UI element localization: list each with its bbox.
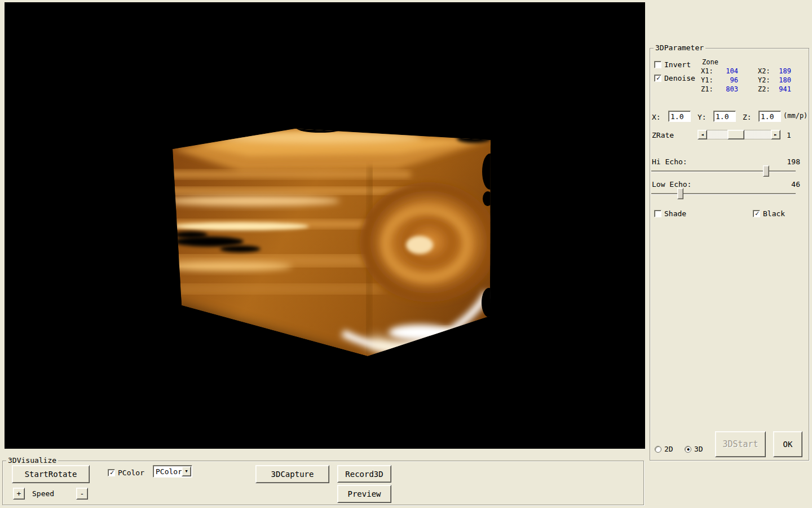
- capture-3d-button[interactable]: 3DCapture: [255, 465, 329, 483]
- spacing-z-input[interactable]: [758, 111, 781, 122]
- pcolor-dropdown[interactable]: PColor ▼: [153, 465, 192, 478]
- mode-2d-radio[interactable]: 2D: [655, 445, 673, 453]
- zone-x2-label: X2:: [758, 67, 770, 75]
- low-echo-slider-thumb[interactable]: [677, 188, 683, 199]
- denoise-checkbox[interactable]: ✓ Denoise: [654, 74, 695, 82]
- hi-echo-slider-thumb[interactable]: [763, 165, 769, 177]
- chevron-down-icon: ▼: [185, 469, 187, 474]
- parameter-groupbox-title: 3DParameter: [654, 43, 705, 52]
- pcolor-dropdown-button[interactable]: ▼: [182, 466, 191, 476]
- visualize-groupbox-title: 3DVisualize: [6, 456, 58, 465]
- mode-3d-radio-circle[interactable]: ●: [685, 446, 691, 453]
- spacing-unit-label: (mm/p): [783, 112, 807, 120]
- mode-2d-radio-circle[interactable]: [655, 446, 661, 453]
- black-checkbox[interactable]: ✓ Black: [753, 209, 785, 218]
- zone-z1-value: 803: [718, 85, 738, 93]
- hi-echo-value: 198: [780, 157, 800, 166]
- invert-check-mark: [655, 61, 662, 68]
- speed-plus-button[interactable]: +: [13, 488, 25, 500]
- zone-y1-value: 96: [718, 76, 738, 84]
- pcolor-checkbox-label: PColor: [118, 468, 144, 477]
- zone-z2-label: Z2:: [758, 85, 770, 93]
- invert-label: Invert: [664, 60, 691, 69]
- zone-y2-value: 180: [775, 76, 791, 84]
- zone-z2-value: 941: [775, 85, 791, 93]
- denoise-checkbox-box[interactable]: ✓: [654, 75, 661, 82]
- start3d-button[interactable]: 3DStart: [715, 431, 766, 457]
- zrate-scrollbar[interactable]: ◄ ►: [698, 130, 780, 139]
- invert-checkbox[interactable]: Invert: [654, 60, 691, 69]
- start-rotate-button[interactable]: StartRotate: [12, 465, 90, 483]
- scroll-left-icon: ◄: [701, 132, 704, 137]
- zone-y2-label: Y2:: [758, 76, 770, 84]
- zone-title: Zone: [702, 58, 718, 66]
- spacing-x-input[interactable]: [668, 111, 691, 122]
- parameter-groupbox: 3DParameter Invert ✓ Denoise Zone X1: 10…: [650, 48, 809, 461]
- zone-y1-label: Y1:: [701, 76, 713, 84]
- mode-3d-radio-dot: ●: [685, 446, 691, 453]
- speed-label: Speed: [32, 489, 54, 498]
- shade-check-mark: [655, 210, 662, 217]
- volume-swirl: [360, 182, 497, 302]
- denoise-check-mark: ✓: [655, 75, 662, 82]
- hi-echo-slider-track[interactable]: [651, 170, 796, 172]
- mode-2d-radio-dot: [655, 446, 661, 453]
- spacing-z-label: Z:: [743, 113, 752, 121]
- low-echo-label: Low Echo:: [652, 180, 691, 189]
- shade-checkbox-box[interactable]: [654, 210, 661, 217]
- speed-minus-button[interactable]: -: [76, 488, 88, 500]
- low-echo-value: 46: [780, 180, 800, 189]
- render-viewport[interactable]: [5, 2, 645, 449]
- visualize-groupbox: 3DVisualize StartRotate ✓ PColor PColor …: [2, 461, 644, 505]
- black-label: Black: [763, 209, 785, 218]
- spacing-x-label: X:: [652, 113, 661, 121]
- denoise-label: Denoise: [664, 74, 695, 82]
- zrate-label: ZRate: [652, 131, 674, 139]
- app-window: 3DParameter Invert ✓ Denoise Zone X1: 10…: [0, 0, 812, 508]
- spacing-y-input[interactable]: [713, 111, 736, 122]
- low-echo-slider-track[interactable]: [651, 193, 796, 194]
- spacing-y-label: Y:: [698, 113, 707, 121]
- mode-2d-label: 2D: [664, 445, 673, 453]
- zrate-scroll-left-button[interactable]: ◄: [698, 130, 707, 139]
- mode-3d-radio[interactable]: ● 3D: [685, 445, 703, 453]
- shade-label: Shade: [664, 209, 686, 218]
- zone-x1-label: X1:: [701, 67, 713, 75]
- record-3d-button[interactable]: Record3D: [337, 465, 391, 483]
- pcolor-dropdown-value: PColor: [153, 467, 182, 476]
- scroll-right-icon: ►: [774, 132, 777, 137]
- black-checkbox-box[interactable]: ✓: [753, 210, 760, 217]
- zone-x2-value: 189: [775, 67, 791, 75]
- black-check-mark: ✓: [753, 210, 761, 217]
- ok-button[interactable]: OK: [773, 431, 802, 457]
- zrate-scrollbar-thumb[interactable]: [727, 130, 744, 139]
- zone-x1-value: 104: [718, 67, 738, 75]
- invert-checkbox-box[interactable]: [654, 61, 661, 68]
- hi-echo-label: Hi Echo:: [652, 157, 687, 166]
- pcolor-checkbox-box[interactable]: ✓: [108, 469, 115, 476]
- ultrasound-volume-render: [5, 2, 645, 449]
- pcolor-checkbox[interactable]: ✓ PColor: [108, 468, 144, 477]
- zrate-scroll-right-button[interactable]: ►: [771, 130, 780, 139]
- pcolor-check-mark: ✓: [108, 469, 116, 476]
- shade-checkbox[interactable]: Shade: [654, 209, 686, 218]
- zone-z1-label: Z1:: [701, 85, 713, 93]
- preview-button[interactable]: Preview: [337, 485, 391, 503]
- zrate-value: 1: [787, 131, 791, 139]
- mode-3d-label: 3D: [694, 445, 703, 453]
